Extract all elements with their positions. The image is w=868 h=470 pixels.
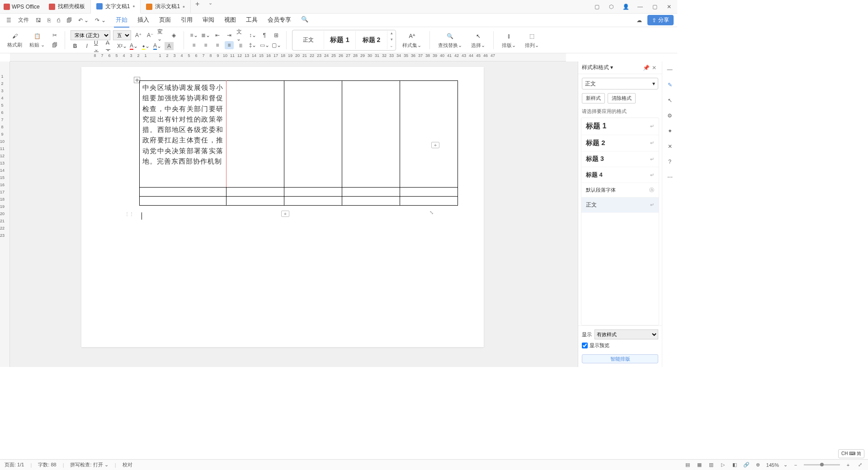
- table-resize-handle[interactable]: ⤡: [429, 210, 434, 216]
- tab-page[interactable]: 页面: [157, 13, 173, 28]
- page[interactable]: ✥ 中央区域协调发展领导小组要加强统筹协调和督促检查，中央有关部门要研究提出有针…: [81, 67, 484, 347]
- table-cell[interactable]: 中央区域协调发展领导小组要加强统筹协调和督促检查，中央有关部门要研究提出有针对性…: [140, 81, 226, 188]
- print-icon[interactable]: ⎙: [54, 15, 63, 25]
- style-heading2[interactable]: 标题 2: [356, 31, 387, 49]
- pointer-icon[interactable]: ↖: [665, 96, 675, 105]
- clear-format-icon[interactable]: ◈: [169, 31, 178, 39]
- undo-button[interactable]: ↶ ⌄: [75, 15, 91, 25]
- strikethrough-button[interactable]: A ⌄: [106, 42, 115, 50]
- tab-presentation[interactable]: 演示文稿1 •: [141, 0, 191, 13]
- redo-button[interactable]: ↷ ⌄: [92, 15, 108, 25]
- hamburger-icon[interactable]: ☰: [4, 15, 14, 25]
- highlight-button[interactable]: ⬥⌄: [141, 42, 150, 50]
- tab-menu-button[interactable]: ⌄: [204, 0, 217, 13]
- style-normal[interactable]: 正文: [292, 31, 324, 49]
- style-item[interactable]: 正文↵: [581, 197, 659, 213]
- text-direction-button[interactable]: 文⌄: [236, 31, 245, 39]
- table-cell[interactable]: [140, 197, 226, 206]
- decrease-indent-button[interactable]: ⇤: [213, 31, 222, 39]
- horizontal-ruler[interactable]: 8765432112345678910111213141516171819202…: [10, 53, 566, 61]
- text-color-button[interactable]: A⌄: [153, 42, 162, 50]
- style-down-icon[interactable]: ▾: [387, 37, 396, 43]
- cloud-icon[interactable]: ☁: [634, 15, 645, 25]
- borders-button[interactable]: ▢⌄: [272, 41, 281, 49]
- align-right-button[interactable]: ≡: [213, 41, 222, 49]
- sparkle-icon[interactable]: ✦: [665, 127, 675, 136]
- document-area[interactable]: 1234567891011121314151617181920212223 ✥ …: [0, 61, 578, 367]
- superscript-button[interactable]: X²⌄: [118, 42, 127, 50]
- clear-format-button[interactable]: 清除格式: [608, 93, 636, 103]
- font-color-button[interactable]: A⌄: [129, 42, 138, 50]
- italic-button[interactable]: I: [82, 42, 91, 50]
- add-row-button[interactable]: +: [281, 211, 289, 217]
- style-set-button[interactable]: Aᴬ样式集⌄: [400, 31, 424, 49]
- font-size-select[interactable]: 五号: [113, 30, 131, 40]
- style-item[interactable]: 标题 3↵: [581, 151, 659, 167]
- increase-indent-button[interactable]: ⇥: [225, 31, 234, 39]
- table-cell[interactable]: [400, 81, 458, 188]
- close-button[interactable]: ✕: [665, 2, 674, 11]
- bullets-button[interactable]: ≡⌄: [189, 31, 198, 39]
- new-style-button[interactable]: 新样式: [582, 93, 605, 103]
- char-shading-button[interactable]: A: [165, 42, 174, 50]
- bold-button[interactable]: B: [71, 42, 80, 50]
- line-spacing-button[interactable]: ‡⌄: [248, 41, 257, 49]
- current-style-select[interactable]: 正文▾: [582, 78, 658, 89]
- style-item[interactable]: 标题 2↵: [581, 135, 659, 151]
- tab-insert[interactable]: 插入: [136, 13, 151, 28]
- layout-button[interactable]: ⫿排版⌄: [499, 31, 519, 49]
- cut-icon[interactable]: ✂: [50, 31, 59, 39]
- new-tab-button[interactable]: +: [191, 0, 204, 13]
- user-avatar-icon[interactable]: 👤: [621, 2, 630, 11]
- tab-view[interactable]: 视图: [222, 13, 238, 28]
- show-marks-button[interactable]: ¶: [260, 31, 269, 39]
- align-left-button[interactable]: ≡: [189, 41, 198, 49]
- select-button[interactable]: ↖选择⌄: [468, 31, 488, 49]
- table-cell[interactable]: [140, 188, 226, 197]
- tools-icon[interactable]: ✕: [665, 142, 675, 151]
- export-icon[interactable]: ⎘: [45, 15, 53, 25]
- style-more-icon[interactable]: ⌄: [387, 43, 396, 50]
- style-item[interactable]: 标题 1↵: [581, 118, 659, 135]
- table-cell[interactable]: [342, 81, 400, 188]
- tab-home[interactable]: 开始: [114, 13, 129, 28]
- cube-icon[interactable]: ⬡: [607, 2, 616, 11]
- table-cell[interactable]: [342, 188, 400, 197]
- table-cell[interactable]: [400, 188, 458, 197]
- vertical-ruler[interactable]: 1234567891011121314151617181920212223: [0, 61, 10, 367]
- increase-font-icon[interactable]: A⁺: [134, 31, 143, 39]
- table-cell[interactable]: [284, 197, 342, 206]
- table-cell[interactable]: [226, 188, 284, 197]
- help-icon[interactable]: ?: [665, 157, 675, 166]
- paste-group[interactable]: 📋 粘贴 ⌄: [28, 32, 47, 48]
- arrange-button[interactable]: ⬚排列⌄: [522, 31, 542, 49]
- numbering-button[interactable]: ≣⌄: [201, 31, 210, 39]
- search-icon[interactable]: 🔍: [299, 13, 310, 28]
- tab-member[interactable]: 会员专享: [266, 13, 293, 28]
- copy-icon[interactable]: 🗐: [50, 41, 59, 49]
- tab-review[interactable]: 审阅: [201, 13, 216, 28]
- print-preview-icon[interactable]: 🗐: [64, 15, 75, 25]
- shading-button[interactable]: ▭⌄: [260, 41, 269, 49]
- decrease-font-icon[interactable]: A⁻: [146, 31, 155, 39]
- table-cell[interactable]: [226, 197, 284, 206]
- table-cell[interactable]: [342, 197, 400, 206]
- collapse-icon[interactable]: —: [665, 65, 675, 74]
- table-cell[interactable]: [284, 81, 342, 188]
- tab-templates[interactable]: 找稻壳模板: [43, 0, 91, 13]
- document-table[interactable]: 中央区域协调发展领导小组要加强统筹协调和督促检查，中央有关部门要研究提出有针对性…: [139, 80, 458, 206]
- style-heading1[interactable]: 标题 1: [324, 31, 356, 49]
- tab-doc1[interactable]: 文字文稿1 •: [91, 0, 141, 14]
- drag-handle-icon[interactable]: ⋮⋮: [125, 212, 134, 216]
- minimize-button[interactable]: —: [636, 2, 645, 11]
- smart-layout-button[interactable]: 智能排版: [582, 354, 658, 363]
- style-item[interactable]: 默认段落字体ⓐ: [581, 183, 659, 197]
- show-filter-select[interactable]: 有效样式: [594, 329, 658, 339]
- tabs-button[interactable]: ⊞: [272, 31, 281, 39]
- align-center-button[interactable]: ≡: [201, 41, 210, 49]
- font-name-select[interactable]: 宋体 (正文): [71, 30, 110, 40]
- style-gallery[interactable]: 正文 标题 1 标题 2 ▴▾⌄: [292, 30, 396, 51]
- underline-button[interactable]: U ⌄: [94, 42, 103, 50]
- window-layout-icon[interactable]: ▢: [592, 2, 601, 11]
- find-replace-button[interactable]: 🔍查找替换⌄: [435, 31, 465, 49]
